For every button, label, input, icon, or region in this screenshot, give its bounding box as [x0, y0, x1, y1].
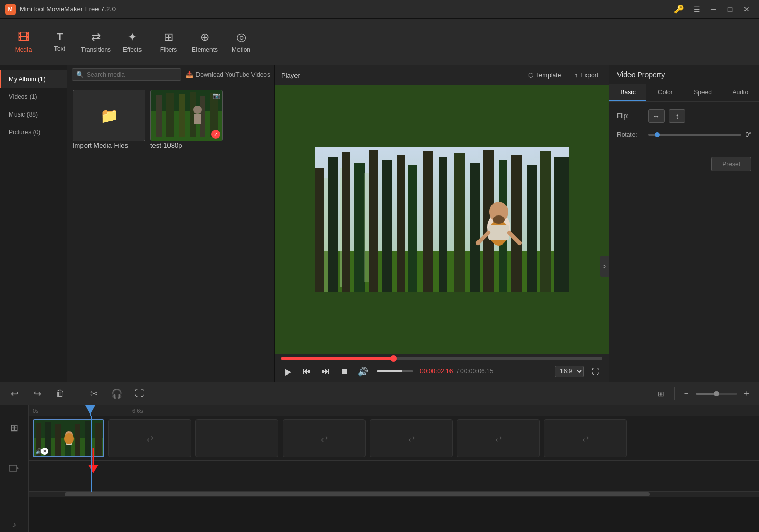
download-label: Download YouTube Videos: [196, 71, 270, 78]
stop-button[interactable]: ⏹: [337, 364, 352, 379]
tl-slot-5[interactable]: ⇄: [457, 419, 540, 457]
toolbar-media[interactable]: 🎞 Media: [5, 24, 41, 60]
aspect-ratio-select[interactable]: 16:9 9:16 1:1 4:3: [555, 366, 584, 377]
tl-slot-3[interactable]: ⇄: [283, 419, 366, 457]
my-album-label: My Album (1): [9, 76, 46, 83]
player-canvas: [275, 85, 609, 354]
minimize-button[interactable]: ─: [706, 2, 721, 17]
text-label: Text: [54, 45, 65, 52]
total-time: / 00:00:06.15: [457, 368, 493, 375]
property-header: Video Property: [609, 65, 759, 84]
sidebar-item-music[interactable]: Music (88): [0, 106, 67, 123]
toolbar-text[interactable]: T Text: [41, 24, 78, 60]
export-button[interactable]: ↑ Export: [570, 69, 602, 81]
svg-rect-4: [179, 94, 185, 137]
delete-button[interactable]: 🗑: [52, 385, 68, 402]
svg-rect-13: [328, 157, 338, 292]
video-icon: [9, 463, 19, 473]
zoom-out-button[interactable]: －: [680, 387, 693, 400]
tab-audio[interactable]: Audio: [722, 84, 759, 101]
svg-point-53: [64, 433, 74, 444]
maximize-button[interactable]: □: [723, 2, 737, 17]
tab-speed[interactable]: Speed: [684, 84, 722, 101]
export-icon: ↑: [574, 71, 578, 79]
volume-button[interactable]: 🔊: [356, 364, 370, 379]
search-input[interactable]: [87, 71, 177, 78]
video-thumbnail[interactable]: 📷 ✓: [150, 90, 223, 141]
rotate-label: Rotate:: [617, 131, 648, 138]
svg-rect-28: [540, 151, 551, 292]
video-frame: [275, 85, 609, 354]
zoom-slider[interactable]: [696, 393, 737, 395]
svg-rect-23: [470, 163, 480, 292]
audio-detach-button[interactable]: 🎧: [108, 385, 125, 402]
progress-bar[interactable]: [281, 357, 602, 360]
add-track-icon[interactable]: ⊞: [6, 421, 22, 435]
redo-button[interactable]: ↪: [29, 385, 46, 402]
app-container: 🎞 Media T Text ⇄ Transitions ✦ Effects ⊞…: [0, 19, 759, 532]
sidebar-item-videos[interactable]: Videos (1): [0, 88, 67, 106]
flip-vertical-button[interactable]: ↕: [669, 109, 685, 123]
zoom-in-button[interactable]: ＋: [740, 387, 753, 400]
timeline-scrollbar-thumb[interactable]: [65, 492, 649, 496]
cut-button[interactable]: ✂: [86, 385, 102, 402]
media-panel: My Album (1) Videos (1) Music (88) Pictu…: [0, 65, 274, 382]
video-item-wrapper: 📷 ✓: [150, 90, 223, 149]
filters-icon: ⊞: [164, 31, 173, 44]
progress-handle[interactable]: [390, 355, 397, 362]
toolbar-filters[interactable]: ⊞ Filters: [150, 24, 187, 60]
transitions-icon: ⇄: [91, 31, 101, 44]
timeline-main: 0s 6.6s: [29, 405, 759, 532]
volume-slider[interactable]: [377, 370, 413, 372]
toolbar-motion[interactable]: ◎ Motion: [223, 24, 259, 60]
flip-horizontal-button[interactable]: ↔: [648, 109, 665, 123]
rotate-handle[interactable]: [655, 132, 660, 137]
next-frame-button[interactable]: ⏭: [318, 364, 333, 379]
close-button[interactable]: ✕: [739, 2, 754, 17]
svg-marker-41: [17, 467, 19, 470]
tl-slot-6[interactable]: ⇄: [544, 419, 627, 457]
timeline-scrollbar[interactable]: [29, 492, 759, 497]
tab-basic[interactable]: Basic: [609, 84, 646, 101]
tl-slot-4[interactable]: ⇄: [370, 419, 453, 457]
tl-slot-1[interactable]: ⇄: [108, 419, 191, 457]
rotate-slider[interactable]: [648, 134, 741, 136]
toolbar-transitions[interactable]: ⇄ Transitions: [78, 24, 114, 60]
undo-button[interactable]: ↩: [6, 385, 23, 402]
svg-rect-9: [194, 114, 201, 124]
fullscreen-button[interactable]: ⛶: [588, 364, 602, 379]
sidebar-item-my-album[interactable]: My Album (1): [0, 70, 67, 88]
hamburger-button[interactable]: ☰: [690, 2, 704, 17]
toolbar-effects[interactable]: ✦ Effects: [114, 24, 150, 60]
download-youtube-button[interactable]: 📥 Download YouTube Videos: [186, 71, 270, 78]
timeline-toolbar: ↩ ↪ 🗑 ✂ 🎧 ⛶ ⊞ － ＋: [0, 382, 759, 405]
playhead-marker[interactable]: [85, 405, 95, 414]
panel-collapse-button[interactable]: ›: [600, 256, 609, 277]
preset-button[interactable]: Preset: [711, 157, 751, 171]
import-icon: 📁: [100, 107, 118, 124]
media-label: Media: [15, 46, 32, 53]
zoom-handle[interactable]: [714, 391, 719, 396]
prev-frame-button[interactable]: ⏮: [300, 364, 314, 379]
tl-slot-2[interactable]: [195, 419, 278, 457]
search-box[interactable]: 🔍: [72, 68, 181, 81]
right-panel: Video Property Basic Color Speed Audio: [609, 65, 759, 382]
svg-rect-30: [324, 178, 328, 292]
toolbar-elements[interactable]: ⊕ Elements: [187, 24, 223, 60]
import-media-button[interactable]: 📁: [73, 90, 145, 141]
content-area: My Album (1) Videos (1) Music (88) Pictu…: [0, 65, 759, 382]
svg-rect-26: [511, 155, 522, 292]
sidebar-item-pictures[interactable]: Pictures (0): [0, 123, 67, 141]
crop-button[interactable]: ⛶: [131, 385, 148, 402]
play-button[interactable]: ▶: [281, 364, 296, 379]
property-tabs: Basic Color Speed Audio: [609, 84, 759, 102]
template-button[interactable]: ⬡ Template: [524, 69, 566, 81]
video-track: 🔊 ✕ ⇄ ⇄: [29, 416, 759, 461]
clip-remove-button[interactable]: ✕: [41, 448, 48, 455]
flip-label: Flip:: [617, 112, 648, 120]
add-media-button[interactable]: ⊞: [653, 385, 669, 402]
template-icon: ⬡: [528, 71, 533, 79]
tab-color[interactable]: Color: [646, 84, 684, 101]
player-section: Player ⬡ Template ↑ Export: [275, 65, 609, 382]
left-panel: My Album (1) Videos (1) Music (88) Pictu…: [0, 65, 275, 382]
